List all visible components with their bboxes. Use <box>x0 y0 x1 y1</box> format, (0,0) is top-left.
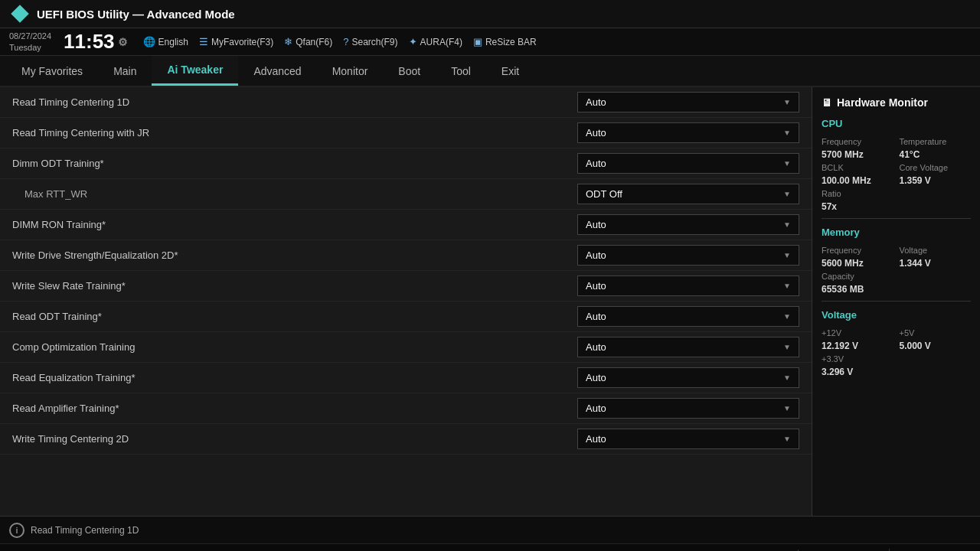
setting-label: Read Timing Centering with JR <box>12 127 577 139</box>
dropdown-button[interactable]: Auto▼ <box>577 245 799 266</box>
hw-monitor-title: 🖥 Hardware Monitor <box>822 96 971 109</box>
cpu-temp-label: Temperature <box>900 137 972 146</box>
language-label: English <box>158 37 188 47</box>
setting-row: Read Timing Centering 1DAuto▼ <box>0 87 812 118</box>
setting-label: Max RTT_WR <box>12 188 577 200</box>
setting-label: Write Drive Strength/Equalization 2D* <box>12 249 577 261</box>
setting-value: Auto▼ <box>577 276 799 296</box>
setting-label: Write Timing Centering 2D <box>12 433 577 445</box>
setting-value: Auto▼ <box>577 92 799 112</box>
memory-section-title: Memory <box>822 227 971 241</box>
chevron-down-icon: ▼ <box>783 220 791 229</box>
setting-label: Read Amplifier Training* <box>12 403 577 414</box>
setting-label: Read ODT Training* <box>12 311 577 322</box>
setting-value: Auto▼ <box>577 367 799 388</box>
v33-label: +3.3V <box>822 354 893 364</box>
cpu-bclk-label: BCLK <box>822 163 893 172</box>
nav-boot[interactable]: Boot <box>383 56 436 86</box>
nav-advanced[interactable]: Advanced <box>238 56 316 86</box>
cpu-ratio-label: Ratio <box>822 189 893 198</box>
chevron-down-icon: ▼ <box>783 159 791 168</box>
nav-monitor[interactable]: Monitor <box>317 56 384 86</box>
time-display: 11:53 ⚙ <box>64 30 128 54</box>
cpu-memory-divider <box>822 218 971 219</box>
aura-button[interactable]: ✦ AURA(F4) <box>409 36 462 47</box>
voltage-section-title: Voltage <box>822 309 971 324</box>
setting-label: Read Equalization Training* <box>12 372 577 383</box>
chevron-down-icon: ▼ <box>783 251 791 259</box>
chevron-down-icon: ▼ <box>783 312 791 321</box>
dropdown-button[interactable]: Auto▼ <box>577 153 799 174</box>
voltage-stats: +12V +5V 12.192 V 5.000 V +3.3V 3.296 V <box>822 328 971 377</box>
settings-icon[interactable]: ⚙ <box>118 36 128 48</box>
search-label: Search(F9) <box>352 37 398 47</box>
v12-label: +12V <box>822 328 893 337</box>
setting-label: Comp Optimization Training <box>12 341 577 353</box>
search-button[interactable]: ? Search(F9) <box>343 36 397 47</box>
mem-freq-value: 5600 MHz <box>822 258 893 269</box>
setting-row: Dimm ODT Training*Auto▼ <box>0 148 812 179</box>
v12-value: 12.192 V <box>822 341 893 351</box>
dropdown-value: Auto <box>586 127 606 139</box>
date-area: 08/27/2024 Tuesday <box>9 31 51 53</box>
qfan-button[interactable]: ❄ Qfan(F6) <box>284 36 332 47</box>
hardware-monitor-panel: 🖥 Hardware Monitor CPU Frequency Tempera… <box>812 87 980 516</box>
dropdown-button[interactable]: Auto▼ <box>577 92 799 112</box>
dropdown-button[interactable]: ODT Off▼ <box>577 184 799 204</box>
logo-area: UEFI BIOS Utility — Advanced Mode <box>9 3 235 24</box>
settings-panel[interactable]: Read Timing Centering 1DAuto▼Read Timing… <box>0 87 812 516</box>
setting-row: Read Amplifier Training*Auto▼ <box>0 393 812 424</box>
resize-bar-button[interactable]: ▣ ReSize BAR <box>473 36 537 47</box>
dropdown-value: Auto <box>586 280 606 292</box>
time-text: 11:53 <box>64 30 115 54</box>
dropdown-value: Auto <box>586 341 606 353</box>
myfavorite-button[interactable]: ☰ MyFavorite(F3) <box>199 36 273 47</box>
resize-label: ReSize BAR <box>485 37 537 47</box>
cpu-ratio-spacer <box>900 189 972 198</box>
dropdown-button[interactable]: Auto▼ <box>577 398 799 419</box>
chevron-down-icon: ▼ <box>783 404 791 412</box>
dropdown-button[interactable]: Auto▼ <box>577 214 799 235</box>
myfavorite-label: MyFavorite(F3) <box>211 37 273 47</box>
mem-capacity-value: 65536 MB <box>822 284 893 295</box>
language-button[interactable]: 🌐 English <box>143 36 188 47</box>
setting-row: Write Drive Strength/Equalization 2D*Aut… <box>0 240 812 271</box>
main-layout: Read Timing Centering 1DAuto▼Read Timing… <box>0 87 980 516</box>
setting-value: Auto▼ <box>577 429 799 449</box>
dropdown-button[interactable]: Auto▼ <box>577 337 799 357</box>
setting-label: Read Timing Centering 1D <box>12 96 577 108</box>
setting-value: Auto▼ <box>577 122 799 143</box>
globe-icon: 🌐 <box>143 36 155 47</box>
nav-main[interactable]: Main <box>98 56 152 86</box>
nav-exit[interactable]: Exit <box>486 56 534 86</box>
cpu-ratio-value: 57x <box>822 201 893 212</box>
dropdown-value: Auto <box>586 433 606 445</box>
dropdown-button[interactable]: Auto▼ <box>577 429 799 449</box>
dropdown-button[interactable]: Auto▼ <box>577 306 799 327</box>
dropdown-button[interactable]: Auto▼ <box>577 276 799 296</box>
nav-ai-tweaker[interactable]: Ai Tweaker <box>152 56 238 86</box>
chevron-down-icon: ▼ <box>783 282 791 290</box>
resize-icon: ▣ <box>473 36 482 47</box>
day-text: Tuesday <box>9 42 51 53</box>
dropdown-button[interactable]: Auto▼ <box>577 367 799 388</box>
chevron-down-icon: ▼ <box>783 190 791 198</box>
memory-stats: Frequency Voltage 5600 MHz 1.344 V Capac… <box>822 246 971 295</box>
mem-freq-label: Frequency <box>822 246 893 255</box>
dropdown-value: Auto <box>586 249 606 261</box>
setting-label: Dimm ODT Training* <box>12 158 577 169</box>
asus-logo <box>9 3 31 24</box>
setting-value: Auto▼ <box>577 153 799 174</box>
info-text: Read Timing Centering 1D <box>31 525 139 536</box>
cpu-core-voltage-label: Core Voltage <box>900 163 972 172</box>
setting-label: DIMM RON Training* <box>12 219 577 230</box>
dropdown-value: Auto <box>586 158 606 169</box>
setting-value: Auto▼ <box>577 214 799 235</box>
dropdown-button[interactable]: Auto▼ <box>577 122 799 143</box>
toolbar: 🌐 English ☰ MyFavorite(F3) ❄ Qfan(F6) ? … <box>143 36 537 47</box>
setting-value: Auto▼ <box>577 337 799 357</box>
nav-tool[interactable]: Tool <box>436 56 486 86</box>
cpu-core-voltage-value: 1.359 V <box>900 175 972 186</box>
header: UEFI BIOS Utility — Advanced Mode <box>0 0 980 28</box>
nav-my-favorites[interactable]: My Favorites <box>6 56 98 86</box>
